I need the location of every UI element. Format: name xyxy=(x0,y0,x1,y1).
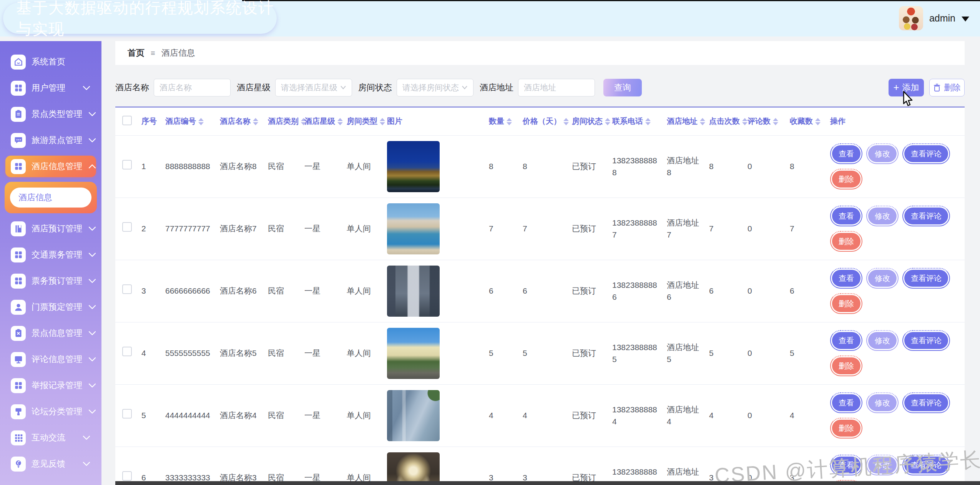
cell-favorites: 4 xyxy=(787,384,827,447)
column-header-酒店地址[interactable]: 酒店地址 xyxy=(664,108,706,135)
row-select xyxy=(115,447,138,485)
hotel-address-input[interactable] xyxy=(518,79,595,96)
sidebar-item-景点类型管理[interactable]: 景点类型管理 xyxy=(5,103,96,125)
room-status-select[interactable]: 请选择房间状态 xyxy=(397,79,473,96)
grid9-icon xyxy=(11,430,26,445)
column-header-数量[interactable]: 数量 xyxy=(486,108,520,135)
column-header-酒店类别[interactable]: 酒店类别 xyxy=(265,108,301,135)
sidebar-item-酒店预订管理[interactable]: 酒店预订管理 xyxy=(5,218,96,239)
hotel-star-select[interactable]: 请选择酒店星级 xyxy=(275,79,352,96)
filter-room-status: 房间状态 请选择房间状态 xyxy=(358,79,473,96)
breadcrumb-home[interactable]: 首页 xyxy=(128,47,145,59)
sidebar-item-label: 意见反馈 xyxy=(32,458,76,470)
column-header-序号: 序号 xyxy=(138,108,162,135)
sort-icon[interactable] xyxy=(645,118,651,125)
sidebar-subitem-酒店信息[interactable]: 酒店信息 xyxy=(10,188,91,208)
edit-button[interactable]: 修改 xyxy=(866,330,899,351)
cell-index: 6 xyxy=(138,447,162,485)
sidebar-item-票务预订管理[interactable]: 票务预订管理 xyxy=(5,270,96,292)
row-delete-button[interactable]: 删除 xyxy=(830,355,862,376)
sidebar-item-酒店信息管理[interactable]: 酒店信息管理 xyxy=(5,156,96,177)
view-button[interactable]: 查看 xyxy=(830,330,862,351)
row-checkbox[interactable] xyxy=(122,222,132,232)
sort-icon[interactable] xyxy=(700,118,705,125)
sort-icon[interactable] xyxy=(605,118,610,125)
horizontal-scrollbar[interactable] xyxy=(115,481,980,485)
view-button[interactable]: 查看 xyxy=(830,392,862,413)
column-header-图片: 图片 xyxy=(384,108,486,135)
view-comments-button[interactable]: 查看评论 xyxy=(902,330,950,351)
view-comments-button[interactable]: 查看评论 xyxy=(902,206,950,226)
sidebar-item-论坛分类管理[interactable]: 论坛分类管理 xyxy=(5,401,96,422)
column-header-点击次数[interactable]: 点击次数 xyxy=(706,108,744,135)
column-header-酒店星级[interactable]: 酒店星级 xyxy=(301,108,344,135)
row-actions: 查看 修改 查看评论 删除 xyxy=(830,266,962,316)
filter-bar: 酒店名称 酒店星级 请选择酒店星级 房间状态 请选择房间状态 酒店地址 xyxy=(115,79,965,96)
edit-button[interactable]: 修改 xyxy=(866,143,899,164)
sidebar-item-label: 用户管理 xyxy=(32,82,76,94)
row-checkbox[interactable] xyxy=(122,409,132,419)
sort-icon[interactable] xyxy=(742,118,747,125)
sort-icon[interactable] xyxy=(563,118,569,125)
sidebar-item-旅游景点管理[interactable]: 旅游景点管理 xyxy=(5,130,96,151)
column-header-操作: 操作 xyxy=(827,108,965,135)
sidebar-item-交通票务管理[interactable]: 交通票务管理 xyxy=(5,244,96,266)
row-checkbox[interactable] xyxy=(122,471,132,481)
cell-clicks: 4 xyxy=(706,384,744,447)
cell-comments: 0 xyxy=(744,322,787,384)
delete-button[interactable]: 删除 xyxy=(929,79,965,96)
query-button[interactable]: 查询 xyxy=(603,79,642,96)
sort-icon[interactable] xyxy=(815,118,821,125)
column-header-房间状态[interactable]: 房间状态 xyxy=(569,108,609,135)
sidebar-item-举报记录管理[interactable]: 举报记录管理 xyxy=(5,375,96,396)
row-delete-button[interactable]: 删除 xyxy=(830,293,862,314)
sidebar-item-label: 酒店预订管理 xyxy=(32,223,82,234)
sidebar-item-评论信息管理[interactable]: 评论信息管理 xyxy=(5,349,96,370)
sort-icon[interactable] xyxy=(507,118,512,125)
sort-icon[interactable] xyxy=(380,118,385,125)
edit-button[interactable]: 修改 xyxy=(866,268,899,289)
row-delete-button[interactable]: 删除 xyxy=(830,169,862,189)
grid-icon xyxy=(11,159,26,174)
sidebar-item-系统首页[interactable]: 系统首页 xyxy=(5,51,96,73)
select-all-checkbox[interactable] xyxy=(122,116,132,125)
row-delete-button[interactable]: 删除 xyxy=(830,418,862,438)
view-button[interactable]: 查看 xyxy=(830,143,862,164)
sort-icon[interactable] xyxy=(198,118,204,125)
cell-hotel-name: 酒店名称3 xyxy=(217,447,265,485)
sort-icon[interactable] xyxy=(773,118,778,125)
column-header-酒店编号[interactable]: 酒店编号 xyxy=(162,108,217,135)
hotel-name-input[interactable] xyxy=(154,79,231,96)
avatar[interactable] xyxy=(899,6,923,30)
row-checkbox[interactable] xyxy=(122,284,132,294)
view-comments-button[interactable]: 查看评论 xyxy=(902,268,950,289)
sort-icon[interactable] xyxy=(253,118,258,125)
sidebar-item-用户管理[interactable]: 用户管理 xyxy=(5,77,96,99)
column-header-房间类型[interactable]: 房间类型 xyxy=(344,108,384,135)
sidebar-item-门票预定管理[interactable]: 门票预定管理 xyxy=(5,296,96,318)
column-header-评论数[interactable]: 评论数 xyxy=(744,108,787,135)
view-comments-button[interactable]: 查看评论 xyxy=(902,392,950,413)
edit-button[interactable]: 修改 xyxy=(866,206,899,226)
column-header-收藏数[interactable]: 收藏数 xyxy=(787,108,827,135)
view-comments-button[interactable]: 查看评论 xyxy=(902,143,950,164)
hotel-image-night-lit-resort-photo xyxy=(387,141,440,192)
sidebar-item-景点信息管理[interactable]: 景点信息管理 xyxy=(5,322,96,344)
row-checkbox[interactable] xyxy=(122,160,132,169)
view-button[interactable]: 查看 xyxy=(830,268,862,289)
row-delete-button[interactable]: 删除 xyxy=(830,231,862,252)
sidebar-item-互动交流[interactable]: 互动交流 xyxy=(5,427,96,448)
view-button[interactable]: 查看 xyxy=(830,206,862,226)
column-header-联系电话[interactable]: 联系电话 xyxy=(609,108,664,135)
row-checkbox[interactable] xyxy=(122,347,132,356)
row-actions: 查看 修改 查看评论 删除 xyxy=(830,203,962,254)
column-header-价格（天）[interactable]: 价格（天） xyxy=(520,108,569,135)
cell-quantity: 8 xyxy=(486,135,520,198)
column-header-酒店名称[interactable]: 酒店名称 xyxy=(217,108,265,135)
filter-label: 酒店名称 xyxy=(115,82,149,93)
edit-button[interactable]: 修改 xyxy=(866,392,899,413)
sidebar-item-意见反馈[interactable]: 意见反馈 xyxy=(5,453,96,475)
user-menu[interactable]: admin xyxy=(899,5,969,31)
cell-hotel-id: 8888888888 xyxy=(162,135,217,198)
sort-icon[interactable] xyxy=(337,118,343,125)
